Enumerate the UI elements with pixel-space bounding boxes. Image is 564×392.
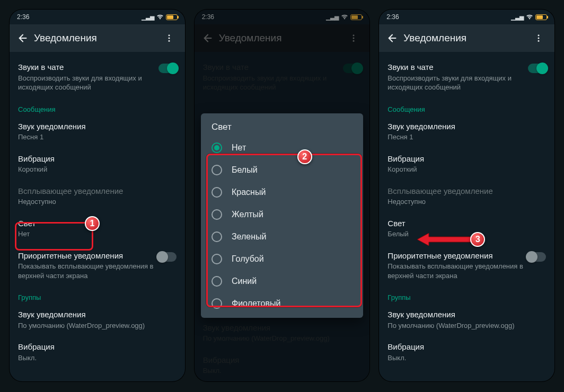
row-title: Звуки в чате <box>18 62 177 73</box>
row-title: Звук уведомления <box>18 309 177 320</box>
signal-icon: ▁▃▅ <box>511 14 524 21</box>
notification-sound-row[interactable]: Звук уведомления Песня 1 <box>379 115 554 148</box>
row-subtitle: Выкл. <box>18 353 156 363</box>
option-label: Нет <box>232 143 246 153</box>
row-title: Приоритетные уведомления <box>18 251 177 261</box>
row-title: Вибрация <box>18 342 177 352</box>
radio-icon <box>212 142 222 153</box>
back-button[interactable] <box>382 28 403 49</box>
light-option-green[interactable]: Зеленый <box>201 226 363 248</box>
option-label: Фиолетовый <box>232 299 280 308</box>
svg-point-8 <box>538 40 540 42</box>
option-label: Желтый <box>232 210 263 219</box>
popup-row: Всплывающее уведомление Недоступно <box>379 180 554 212</box>
light-option-white[interactable]: Белый <box>201 159 363 181</box>
priority-row[interactable]: Приоритетные уведомления Показывать вспл… <box>379 245 554 287</box>
radio-icon <box>212 276 222 287</box>
section-messages: Сообщения <box>379 98 554 115</box>
app-bar: Уведомления <box>10 24 185 52</box>
callout-1: 1 <box>85 216 100 231</box>
light-option-blue[interactable]: Синий <box>201 270 363 292</box>
battery-icon <box>166 14 178 20</box>
chat-sounds-toggle[interactable] <box>158 64 177 73</box>
priority-toggle[interactable] <box>158 252 177 262</box>
light-option-cyan[interactable]: Голубой <box>201 248 363 270</box>
row-subtitle: Песня 1 <box>18 132 156 142</box>
svg-point-7 <box>538 38 540 39</box>
row-title: Вибрация <box>18 154 177 164</box>
settings-list: Звуки в чате Воспроизводить звуки для вх… <box>10 52 185 381</box>
svg-point-0 <box>168 34 170 36</box>
row-subtitle: Недоступно <box>18 197 156 207</box>
status-time: 2:36 <box>386 13 399 21</box>
battery-icon <box>535 14 547 20</box>
phone-screenshot-1: 2:36 ▁▃▅ Уведомления Звуки в чате Воспро… <box>10 10 185 381</box>
light-option-none[interactable]: Нет <box>201 137 363 159</box>
status-icons: ▁▃▅ <box>511 14 547 21</box>
vibration-row[interactable]: Вибрация Короткий <box>379 148 554 180</box>
priority-toggle[interactable] <box>528 252 546 262</box>
option-label: Голубой <box>232 254 264 264</box>
wifi-icon <box>156 14 164 21</box>
group-vibration-row[interactable]: Вибрация Выкл. <box>379 336 554 368</box>
appbar-title: Уведомления <box>34 32 158 44</box>
more-button[interactable] <box>158 28 180 49</box>
svg-point-1 <box>168 38 170 39</box>
light-option-red[interactable]: Красный <box>201 181 363 203</box>
notification-sound-row[interactable]: Звук уведомления Песня 1 <box>10 115 185 148</box>
row-title: Всплывающее уведомление <box>18 186 177 197</box>
group-sound-row[interactable]: Звук уведомления По умолчанию (WaterDrop… <box>379 304 554 336</box>
popup-row: Всплывающее уведомление Недоступно <box>10 180 185 212</box>
radio-icon <box>212 298 222 309</box>
status-icons: ▁▃▅ <box>142 14 178 21</box>
row-subtitle: По умолчанию (WaterDrop_preview.ogg) <box>18 321 156 331</box>
row-subtitle: Короткий <box>18 165 156 174</box>
row-subtitle: Воспроизводить звуки для входящих и исхо… <box>18 74 156 92</box>
row-subtitle: Показывать всплывающие уведомления в вер… <box>18 262 156 280</box>
dialog-title: Свет <box>201 121 363 137</box>
radio-icon <box>212 165 222 175</box>
wifi-icon <box>526 14 533 21</box>
section-groups: Группы <box>10 286 185 304</box>
more-button[interactable] <box>528 28 549 49</box>
group-sound-row[interactable]: Звук уведомления По умолчанию (WaterDrop… <box>10 304 185 336</box>
radio-icon <box>212 254 222 264</box>
chat-sounds-toggle[interactable] <box>528 64 546 73</box>
chat-sounds-row[interactable]: Звуки в чате Воспроизводить звуки для вх… <box>10 56 185 98</box>
signal-icon: ▁▃▅ <box>142 14 154 21</box>
option-label: Белый <box>232 165 258 175</box>
phone-screenshot-3: 2:36 ▁▃▅ Уведомления Звуки в чате Воспро… <box>379 10 554 381</box>
status-time: 2:36 <box>17 13 29 21</box>
settings-list: Звуки в чате Воспроизводить звуки для вх… <box>379 52 554 381</box>
svg-point-6 <box>538 34 540 36</box>
radio-icon <box>212 231 222 242</box>
status-bar: 2:36 ▁▃▅ <box>10 10 185 24</box>
dialog-backdrop[interactable]: Свет Нет Белый Красный Желтый Зеленый <box>195 10 370 381</box>
light-option-violet[interactable]: Фиолетовый <box>201 292 363 315</box>
appbar-title: Уведомления <box>403 32 528 44</box>
radio-icon <box>212 209 222 220</box>
radio-icon <box>212 187 222 198</box>
app-bar: Уведомления <box>379 24 554 52</box>
svg-point-2 <box>168 40 170 42</box>
row-subtitle: Нет <box>18 229 156 239</box>
back-button[interactable] <box>13 28 34 49</box>
light-option-yellow[interactable]: Желтый <box>201 203 363 226</box>
callout-2: 2 <box>297 149 312 164</box>
priority-row[interactable]: Приоритетные уведомления Показывать вспл… <box>10 245 185 287</box>
row-title: Звук уведомления <box>18 121 177 132</box>
chat-sounds-row[interactable]: Звуки в чате Воспроизводить звуки для вх… <box>379 56 554 98</box>
section-groups: Группы <box>379 286 554 304</box>
option-label: Синий <box>232 277 257 286</box>
light-dialog: Свет Нет Белый Красный Желтый Зеленый <box>201 113 363 318</box>
option-label: Зеленый <box>232 232 267 242</box>
status-bar: 2:36 ▁▃▅ <box>379 10 554 24</box>
arrow-3 <box>417 233 475 246</box>
option-label: Красный <box>232 188 266 197</box>
section-messages: Сообщения <box>10 98 185 115</box>
group-vibration-row[interactable]: Вибрация Выкл. <box>10 336 185 368</box>
vibration-row[interactable]: Вибрация Короткий <box>10 148 185 180</box>
phone-screenshot-2: 2:36 ▁▃▅ Уведомления Звуки в чате Воспро… <box>195 10 370 381</box>
